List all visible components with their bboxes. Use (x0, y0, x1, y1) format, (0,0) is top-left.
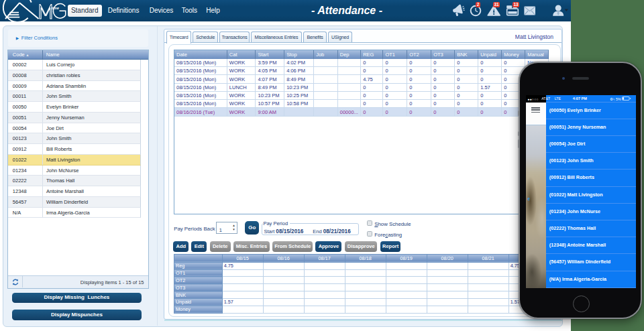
svg-text:time: time (52, 6, 59, 10)
